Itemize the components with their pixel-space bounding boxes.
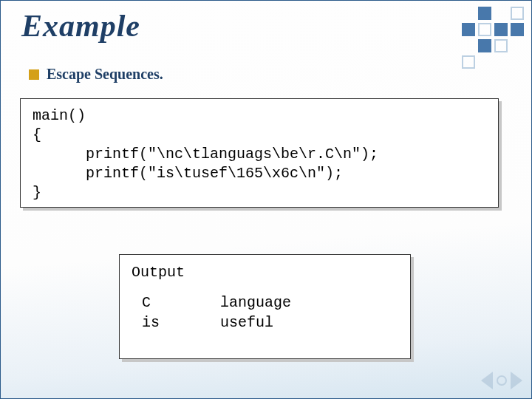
output-label: Output [132,262,398,282]
output-box: Output C language is useful [119,254,411,359]
output-cell: language [220,293,291,313]
code-line: } [33,183,486,202]
output-row: C language [132,293,398,313]
svg-marker-1 [511,372,522,389]
subtitle: Escape Sequences. [47,66,163,83]
nav-arrows-icon [480,370,524,391]
code-line: printf("\nc\tlanguags\be\r.C\n"); [33,145,486,164]
svg-point-2 [497,376,506,385]
subtitle-row: Escape Sequences. [29,66,163,83]
code-line: main() [33,106,486,126]
output-cell: C [132,293,220,313]
output-row: is useful [132,313,398,332]
output-cell: is [132,313,220,332]
code-line: printf("is\tusef\165\x6c\n"); [33,164,486,183]
svg-marker-0 [481,372,493,389]
corner-decoration [462,7,524,69]
code-box: main() { printf("\nc\tlanguags\be\r.C\n"… [20,98,499,208]
code-line: { [33,126,486,145]
bullet-icon [29,69,39,80]
output-cell: useful [220,313,273,332]
slide-title: Example [21,8,140,44]
